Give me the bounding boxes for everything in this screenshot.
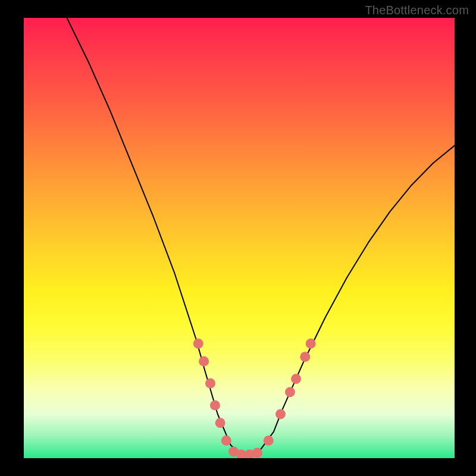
data-marker <box>193 339 203 349</box>
data-marker <box>210 400 220 411</box>
plot-area <box>24 18 455 458</box>
data-marker <box>215 418 226 428</box>
data-marker <box>205 378 215 389</box>
data-marker <box>300 352 310 362</box>
data-marker <box>306 339 316 349</box>
chart-frame: TheBottleneck.com <box>0 0 476 476</box>
data-marker <box>291 374 301 384</box>
curve-layer <box>67 18 455 454</box>
data-marker <box>264 436 274 446</box>
bottleneck-curve <box>67 18 455 454</box>
marker-layer <box>193 339 316 458</box>
watermark-text: TheBottleneck.com <box>365 4 469 17</box>
data-marker <box>275 409 286 419</box>
data-marker <box>285 387 295 397</box>
data-marker <box>199 356 209 367</box>
data-marker <box>221 436 231 446</box>
chart-svg <box>24 18 455 458</box>
data-marker <box>252 448 262 458</box>
